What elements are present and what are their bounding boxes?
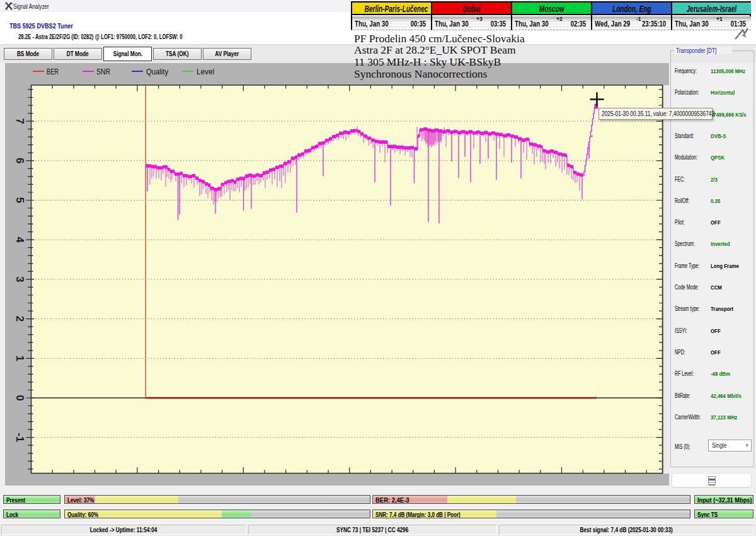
svg-text:3: 3 xyxy=(14,276,26,282)
svg-text:0: 0 xyxy=(14,395,26,400)
svg-text:Quality: Quality xyxy=(146,67,169,76)
svg-text:-1: -1 xyxy=(14,433,26,442)
svg-text:5: 5 xyxy=(14,197,26,203)
svg-text:6: 6 xyxy=(14,158,26,163)
svg-text:SNR: SNR xyxy=(96,67,110,76)
svg-text:1: 1 xyxy=(14,356,26,361)
svg-text:2: 2 xyxy=(14,316,26,322)
svg-text:4: 4 xyxy=(14,236,26,243)
svg-text:Level: Level xyxy=(197,67,214,76)
svg-text:BER: BER xyxy=(47,67,59,76)
svg-text:7: 7 xyxy=(14,118,26,124)
